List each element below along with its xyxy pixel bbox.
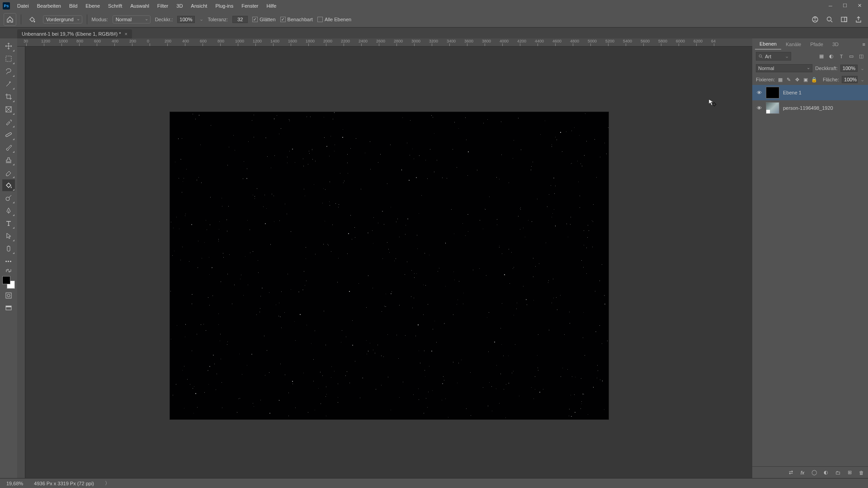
eyedropper-tool[interactable] <box>2 116 15 128</box>
frame-tool[interactable] <box>2 103 15 115</box>
pen-tool[interactable] <box>2 205 15 216</box>
paint-bucket-tool[interactable] <box>2 179 15 191</box>
move-icon <box>5 42 12 50</box>
contiguous-checkbox[interactable]: ✓ Benachbart <box>280 17 313 22</box>
lock-position-icon[interactable]: ✥ <box>794 76 800 83</box>
adjustment-layer-icon[interactable]: ◐ <box>823 469 829 476</box>
menu-layer[interactable]: Ebene <box>82 1 104 10</box>
hand-tool[interactable] <box>2 243 15 254</box>
foreground-color-swatch[interactable] <box>2 276 10 284</box>
hand-icon <box>5 245 12 252</box>
tolerance-field[interactable]: 32 <box>232 16 248 23</box>
vertical-ruler[interactable] <box>17 47 25 478</box>
antialiasing-checkbox[interactable]: ✓ Glätten <box>252 17 275 22</box>
visibility-toggle[interactable]: 👁 <box>756 105 762 111</box>
blend-mode-select[interactable]: Normal <box>756 64 812 72</box>
filter-smart-icon[interactable]: ◫ <box>858 53 864 60</box>
brush-tool[interactable] <box>2 141 15 153</box>
lasso-tool[interactable] <box>2 66 15 77</box>
home-button[interactable] <box>4 13 16 26</box>
maximize-button[interactable]: ☐ <box>842 3 848 9</box>
mode-select[interactable]: Normal <box>113 15 151 23</box>
layer-opacity-field[interactable]: 100% <box>840 65 858 72</box>
mode-label: Modus: <box>92 17 108 22</box>
horizontal-ruler[interactable]: 3012001000800600400200020040060080010001… <box>17 38 752 47</box>
healing-tool[interactable] <box>2 129 15 141</box>
color-swatches[interactable] <box>2 276 15 289</box>
crop-tool[interactable] <box>2 91 15 103</box>
filter-shape-icon[interactable]: ▭ <box>848 53 854 60</box>
document-canvas[interactable] <box>170 112 609 419</box>
document-tab-title: Unbenannt-1 bei 19,7% (Ebene 1, RGB/8#) … <box>22 31 121 37</box>
menu-3d[interactable]: 3D <box>173 1 186 10</box>
menu-type[interactable]: Schrift <box>104 1 126 10</box>
layer-mask-icon[interactable]: ◯ <box>811 469 817 476</box>
group-icon[interactable]: 🗀 <box>835 469 841 476</box>
layer-filter-select[interactable]: Art ⌄ <box>756 52 791 61</box>
path-select-tool[interactable] <box>2 230 15 242</box>
document-tab[interactable]: Unbenannt-1 bei 19,7% (Ebene 1, RGB/8#) … <box>17 29 132 38</box>
move-tool[interactable] <box>2 40 15 52</box>
menu-file[interactable]: Datei <box>14 1 33 10</box>
menu-select[interactable]: Auswahl <box>127 1 153 10</box>
brush-icon <box>5 144 12 151</box>
screen-mode-toggle[interactable] <box>2 302 15 314</box>
layer-thumbnail[interactable] <box>766 102 779 114</box>
dodge-icon <box>5 194 12 202</box>
document-info[interactable]: 4936 Px x 3319 Px (72 ppi) <box>34 481 94 486</box>
dodge-tool[interactable] <box>2 192 15 204</box>
tab-channels[interactable]: Kanäle <box>781 39 806 49</box>
lock-all-icon[interactable]: 🔒 <box>811 76 817 83</box>
filter-type-icon[interactable]: T <box>838 53 844 60</box>
menu-window[interactable]: Fenster <box>238 1 262 10</box>
menu-plugins[interactable]: Plug-ins <box>212 1 237 10</box>
canvas-viewport[interactable] <box>25 47 752 478</box>
paint-bucket-icon <box>28 15 36 23</box>
stamp-tool[interactable] <box>2 154 15 166</box>
workspace-icon[interactable] <box>840 15 848 23</box>
eraser-tool[interactable] <box>2 167 15 178</box>
tab-layers[interactable]: Ebenen <box>755 39 781 50</box>
current-tool-icon[interactable] <box>26 13 38 26</box>
zoom-level[interactable]: 19,68% <box>6 481 23 486</box>
bandaid-icon <box>5 131 12 138</box>
menu-image[interactable]: Bild <box>66 1 81 10</box>
more-tools[interactable]: ••• <box>2 255 15 267</box>
quick-mask-toggle[interactable] <box>2 290 15 301</box>
all-layers-checkbox[interactable]: Alle Ebenen <box>317 17 351 22</box>
type-tool[interactable] <box>2 217 15 229</box>
status-flyout-icon[interactable]: 〉 <box>105 480 110 487</box>
filter-pixel-icon[interactable]: ▦ <box>818 53 825 60</box>
minimize-button[interactable]: ─ <box>827 3 834 9</box>
lock-pixels-icon[interactable]: ✎ <box>786 76 792 83</box>
menu-help[interactable]: Hilfe <box>263 1 280 10</box>
layer-fx-icon[interactable]: fx <box>799 469 806 476</box>
layer-row[interactable]: 👁 person-1196498_1920 <box>752 100 868 116</box>
menu-edit[interactable]: Bearbeiten <box>33 1 65 10</box>
new-layer-icon[interactable]: ⊞ <box>846 469 853 476</box>
swap-colors-icon[interactable] <box>2 268 15 273</box>
panel-menu-icon[interactable]: ≡ <box>863 42 865 47</box>
tab-paths[interactable]: Pfade <box>806 39 828 49</box>
close-button[interactable]: ✕ <box>856 3 863 9</box>
filter-adjust-icon[interactable]: ◐ <box>828 53 835 60</box>
lock-transparency-icon[interactable]: ▦ <box>778 76 783 83</box>
magic-wand-tool[interactable] <box>2 78 15 90</box>
menu-view[interactable]: Ansicht <box>187 1 211 10</box>
fill-source-select[interactable]: Vordergrund <box>43 15 82 23</box>
menu-filter[interactable]: Filter <box>154 1 172 10</box>
tab-3d[interactable]: 3D <box>828 39 843 49</box>
close-icon[interactable]: × <box>125 31 127 37</box>
delete-layer-icon[interactable]: 🗑 <box>858 469 864 476</box>
layer-thumbnail[interactable] <box>766 87 779 99</box>
search-icon[interactable] <box>826 15 834 23</box>
link-layers-icon[interactable]: ⇄ <box>788 469 794 476</box>
lock-artboard-icon[interactable]: ▣ <box>803 76 808 83</box>
cloud-docs-icon[interactable] <box>811 15 819 23</box>
layer-row[interactable]: 👁 Ebene 1 <box>752 85 868 100</box>
fill-field[interactable]: 100% <box>842 76 858 83</box>
share-icon[interactable] <box>854 15 863 23</box>
opacity-field[interactable]: 100% <box>177 16 194 23</box>
marquee-tool[interactable] <box>2 53 15 65</box>
visibility-toggle[interactable]: 👁 <box>756 90 762 95</box>
